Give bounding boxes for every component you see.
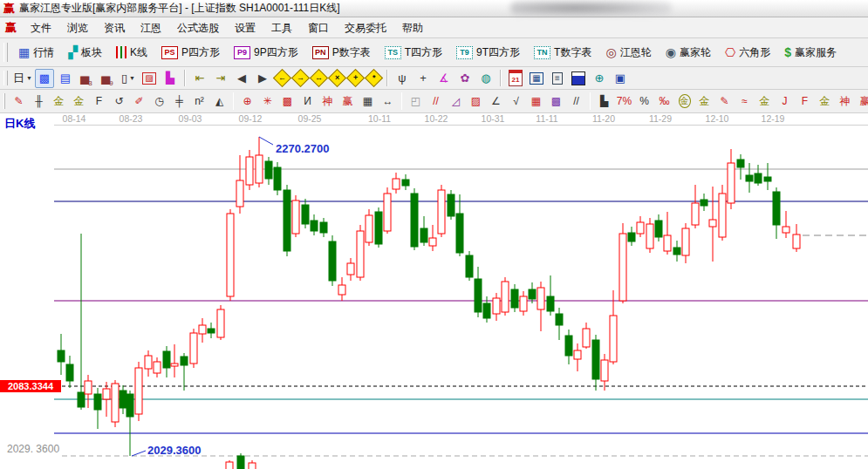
clock-icon[interactable]: ◷ <box>149 92 169 112</box>
shen-grid-icon[interactable]: 神 <box>318 92 338 112</box>
menu-browse[interactable]: 浏览 <box>59 20 96 36</box>
menu-news[interactable]: 资讯 <box>96 20 133 36</box>
a-line-icon[interactable]: ◭ <box>209 92 229 112</box>
angle-flag-tool-button[interactable]: ∡ <box>434 69 454 88</box>
t-square-button[interactable]: TST四方形 <box>378 43 449 63</box>
menu-window[interactable]: 窗口 <box>300 20 337 36</box>
frame-icon[interactable]: ◰ <box>406 92 426 112</box>
hand-tool-button[interactable]: ψ <box>393 69 412 88</box>
chart-layout-icon[interactable]: ▩ <box>35 69 54 88</box>
menu-gann[interactable]: 江恩 <box>133 20 169 36</box>
angle-line-icon[interactable]: ∠ <box>486 92 506 112</box>
9t-square-button[interactable]: T99T四方形 <box>449 43 527 63</box>
candle-style-dropdown[interactable]: ▯▼ <box>119 69 138 88</box>
fit-x-button[interactable]: ↔ <box>310 69 328 87</box>
last-bar-button[interactable]: ⇥ <box>211 69 230 88</box>
menu-help[interactable]: 帮助 <box>394 20 431 36</box>
quotes-button[interactable]: ▦行情 <box>11 43 61 63</box>
crosshair-tool-button[interactable]: + <box>413 69 433 88</box>
maze-tool-button[interactable]: ◍ <box>476 69 496 88</box>
date-tick-label: 09-25 <box>298 113 322 124</box>
winner-service-button[interactable]: $赢家服务 <box>777 43 844 63</box>
wave-band-icon[interactable]: ≈ <box>735 92 755 112</box>
shrink-all-button[interactable]: × <box>328 69 346 87</box>
red-grid-icon[interactable]: ▦ <box>526 92 546 112</box>
menu-tools[interactable]: 工具 <box>263 20 300 36</box>
hexagon-button[interactable]: ⎔六角形 <box>718 43 777 63</box>
purple-fan-icon[interactable]: ◿ <box>446 92 466 112</box>
span-arrow-icon[interactable]: ↔ <box>378 92 398 112</box>
info-list-icon[interactable]: ▤ <box>56 69 75 88</box>
calculator-button[interactable]: ▦ <box>527 69 546 88</box>
n2-icon[interactable]: n² <box>189 92 209 112</box>
f-comb-icon[interactable]: F <box>89 92 109 112</box>
mesh-fan-icon[interactable]: ▨ <box>466 92 486 112</box>
menu-file[interactable]: 文件 <box>23 20 59 36</box>
gold-angle2-icon[interactable]: 金 <box>815 92 835 112</box>
next-bar-button[interactable]: ▶ <box>253 69 272 88</box>
notes-button[interactable]: ≡ <box>548 69 567 88</box>
texture-icon[interactable]: ▨ <box>140 69 159 88</box>
first-bar-button[interactable]: ⇤ <box>190 69 209 88</box>
target-icon[interactable]: ⊕ <box>237 92 257 112</box>
bars-3-icon[interactable]: ▅3 <box>77 69 96 88</box>
shrink-x-button[interactable]: ← <box>273 69 291 87</box>
scale-bars-icon[interactable]: ▙ <box>594 92 614 112</box>
9p-square-button[interactable]: P99P四方形 <box>227 43 305 63</box>
j-angle-icon[interactable]: J <box>775 92 795 112</box>
menu-formula-stock-pick[interactable]: 公式选股 <box>169 20 227 36</box>
prev-bar-button[interactable]: ◀ <box>232 69 251 88</box>
gold-line-icon[interactable]: 金 <box>694 92 714 112</box>
spiral-icon[interactable]: ↺ <box>109 92 129 112</box>
bars-9-icon[interactable]: ▅9 <box>98 69 117 88</box>
candle-body <box>556 314 563 325</box>
gold-angle2-icon-glyph: 金 <box>820 94 830 109</box>
grow-x-button[interactable]: → <box>291 69 310 87</box>
calendar-button[interactable]: 21 <box>506 69 525 88</box>
save-button[interactable] <box>569 69 588 88</box>
shen-angle-icon[interactable]: 神 <box>835 92 855 112</box>
p-square-button[interactable]: PSP四方形 <box>154 43 227 63</box>
sectors-button[interactable]: ▞板块 <box>61 43 109 63</box>
profile-histogram-icon[interactable]: ▙ <box>161 69 180 88</box>
brush-icon[interactable]: ✎ <box>9 92 29 112</box>
kline-chart[interactable]: 08-1408-2309-0309-1209-2510-1110-2210-31… <box>0 113 868 469</box>
box-web-icon[interactable]: ▩ <box>277 92 297 112</box>
p-number-table-button[interactable]: PNP数字表 <box>305 43 378 63</box>
gann-wheel-button[interactable]: ◎江恩轮 <box>598 43 658 63</box>
pct-icon[interactable]: % <box>634 92 654 112</box>
gold-circle-icon[interactable]: 金 <box>674 92 694 112</box>
sync-disk-button[interactable]: ⊕ <box>590 69 609 88</box>
gold-comb-icon[interactable]: 金 <box>49 92 69 112</box>
grid-123-icon[interactable]: ▦ <box>358 92 378 112</box>
sectors-label: 板块 <box>81 45 102 60</box>
t-number-table-button[interactable]: TNT数字表 <box>527 43 598 63</box>
check-icon[interactable]: √ <box>506 92 526 112</box>
knot-tool-button[interactable]: ✿ <box>455 69 475 88</box>
print-button[interactable]: ▣ <box>611 69 630 88</box>
n-wave-icon[interactable]: И <box>297 92 318 112</box>
gold-angle-icon[interactable]: 金 <box>755 92 775 112</box>
parallel-lines-icon[interactable]: // <box>566 92 586 112</box>
gold-comb2-icon[interactable]: 金 <box>69 92 89 112</box>
ray-fan-icon[interactable]: // <box>426 92 446 112</box>
star-web-icon[interactable]: ✳ <box>257 92 277 112</box>
pen-icon[interactable]: ✐ <box>129 92 149 112</box>
chart-area[interactable]: 日K线 08-1408-2309-0309-1209-2510-1110-221… <box>0 113 868 469</box>
menu-settings[interactable]: 设置 <box>227 20 263 36</box>
purple-grid-icon[interactable]: ▩ <box>546 92 566 112</box>
ying-grid-icon[interactable]: 赢 <box>338 92 358 112</box>
period-day-dropdown[interactable]: 日▼ <box>12 69 33 88</box>
winner-wheel-button[interactable]: ◉赢家轮 <box>659 43 718 63</box>
pct-line-icon[interactable]: ‰ <box>654 92 674 112</box>
comb2-icon[interactable]: ╪ <box>169 92 189 112</box>
f-angle-icon[interactable]: F <box>795 92 815 112</box>
ying-angle-icon[interactable]: 赢 <box>855 92 868 112</box>
menu-trade-entrust[interactable]: 交易委托 <box>337 20 394 36</box>
fit-all-button[interactable]: * <box>365 69 383 87</box>
comb-icon[interactable]: ╫ <box>29 92 49 112</box>
kline-button[interactable]: K线 <box>109 43 154 63</box>
pencil-star-icon[interactable]: ✎ <box>714 92 735 112</box>
seven-pct-icon[interactable]: 7% <box>614 92 634 112</box>
grow-all-button[interactable]: + <box>346 69 365 87</box>
